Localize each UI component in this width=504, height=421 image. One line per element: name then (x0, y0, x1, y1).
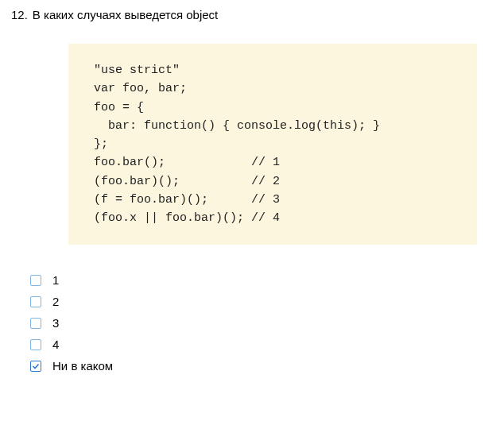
option-2[interactable]: 2 (30, 295, 493, 308)
options-list: 1 2 3 4 Ни в каком (30, 273, 493, 373)
checkbox-icon[interactable] (30, 361, 41, 372)
checkbox-icon[interactable] (30, 339, 41, 350)
question-header: 12. В каких случаях выведется object (11, 8, 493, 21)
option-label: 4 (52, 338, 59, 351)
question-number: 12. (11, 8, 28, 21)
option-1[interactable]: 1 (30, 273, 493, 287)
checkbox-icon[interactable] (30, 318, 41, 329)
checkbox-icon[interactable] (30, 275, 41, 286)
option-3[interactable]: 3 (30, 316, 493, 330)
option-label: Ни в каком (52, 359, 113, 373)
option-4[interactable]: 4 (30, 338, 493, 351)
code-block: "use strict" var foo, bar; foo = { bar: … (68, 44, 477, 245)
option-label: 1 (52, 273, 59, 287)
option-none[interactable]: Ни в каком (30, 359, 493, 373)
question-text: В каких случаях выведется object (33, 8, 218, 21)
checkbox-icon[interactable] (30, 296, 41, 307)
option-label: 2 (52, 295, 59, 308)
option-label: 3 (52, 316, 59, 330)
